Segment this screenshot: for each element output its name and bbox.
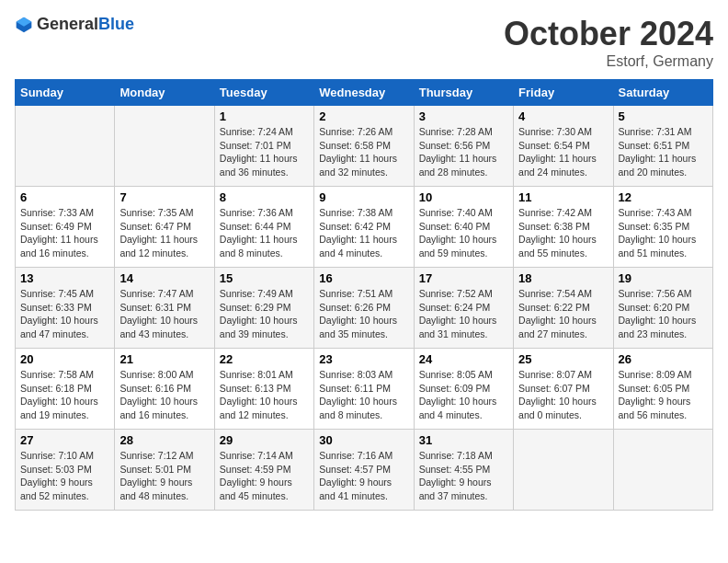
day-info: Sunrise: 7:49 AMSunset: 6:29 PMDaylight:… [220, 287, 309, 341]
weekday-header-friday: Friday [514, 80, 613, 106]
day-number: 23 [319, 352, 408, 366]
day-number: 10 [419, 190, 508, 204]
day-number: 21 [119, 352, 209, 366]
day-info: Sunrise: 8:03 AMSunset: 6:11 PMDaylight:… [319, 368, 408, 422]
calendar-cell: 19Sunrise: 7:56 AMSunset: 6:20 PMDayligh… [613, 268, 712, 349]
day-number: 24 [419, 352, 508, 366]
day-info: Sunrise: 7:56 AMSunset: 6:20 PMDaylight:… [619, 287, 708, 341]
calendar-cell: 28Sunrise: 7:12 AMSunset: 5:01 PMDayligh… [115, 430, 214, 511]
calendar-cell: 20Sunrise: 7:58 AMSunset: 6:18 PMDayligh… [16, 349, 115, 430]
day-info: Sunrise: 8:01 AMSunset: 6:13 PMDaylight:… [220, 368, 309, 422]
day-number: 17 [419, 271, 508, 285]
day-info: Sunrise: 7:54 AMSunset: 6:22 PMDaylight:… [518, 287, 608, 341]
calendar-cell: 27Sunrise: 7:10 AMSunset: 5:03 PMDayligh… [16, 430, 115, 511]
day-info: Sunrise: 7:26 AMSunset: 6:58 PMDaylight:… [319, 125, 408, 179]
calendar-cell: 9Sunrise: 7:38 AMSunset: 6:42 PMDaylight… [314, 187, 414, 268]
day-number: 27 [20, 433, 109, 447]
day-info: Sunrise: 7:42 AMSunset: 6:38 PMDaylight:… [518, 206, 608, 260]
day-info: Sunrise: 7:38 AMSunset: 6:42 PMDaylight:… [319, 206, 408, 260]
calendar-cell: 8Sunrise: 7:36 AMSunset: 6:44 PMDaylight… [214, 187, 313, 268]
day-info: Sunrise: 7:12 AMSunset: 5:01 PMDaylight:… [119, 449, 209, 503]
day-info: Sunrise: 7:18 AMSunset: 4:55 PMDaylight:… [419, 449, 508, 503]
day-info: Sunrise: 7:52 AMSunset: 6:24 PMDaylight:… [419, 287, 508, 341]
calendar-cell: 13Sunrise: 7:45 AMSunset: 6:33 PMDayligh… [16, 268, 115, 349]
day-number: 16 [319, 271, 408, 285]
calendar-week-row: 13Sunrise: 7:45 AMSunset: 6:33 PMDayligh… [16, 268, 713, 349]
calendar-cell [613, 430, 712, 511]
logo-text: GeneralBlue [37, 15, 134, 34]
day-number: 15 [220, 271, 309, 285]
title-block: October 2024 Estorf, Germany [504, 15, 713, 70]
weekday-header-row: SundayMondayTuesdayWednesdayThursdayFrid… [16, 80, 713, 106]
day-number: 9 [319, 190, 408, 204]
calendar-cell: 22Sunrise: 8:01 AMSunset: 6:13 PMDayligh… [214, 349, 313, 430]
weekday-header-sunday: Sunday [16, 80, 115, 106]
day-info: Sunrise: 7:51 AMSunset: 6:26 PMDaylight:… [319, 287, 408, 341]
day-info: Sunrise: 7:33 AMSunset: 6:49 PMDaylight:… [20, 206, 109, 260]
day-number: 20 [20, 352, 109, 366]
day-number: 6 [20, 190, 109, 204]
day-number: 19 [619, 271, 708, 285]
calendar-cell: 29Sunrise: 7:14 AMSunset: 4:59 PMDayligh… [214, 430, 313, 511]
month-title: October 2024 [504, 15, 713, 53]
calendar-cell: 6Sunrise: 7:33 AMSunset: 6:49 PMDaylight… [16, 187, 115, 268]
day-info: Sunrise: 7:24 AMSunset: 7:01 PMDaylight:… [220, 125, 309, 179]
day-number: 7 [119, 190, 209, 204]
day-number: 28 [119, 433, 209, 447]
calendar-cell: 3Sunrise: 7:28 AMSunset: 6:56 PMDaylight… [414, 106, 513, 187]
calendar-cell [514, 430, 613, 511]
day-info: Sunrise: 7:36 AMSunset: 6:44 PMDaylight:… [220, 206, 309, 260]
day-number: 11 [518, 190, 608, 204]
calendar-cell: 7Sunrise: 7:35 AMSunset: 6:47 PMDaylight… [115, 187, 214, 268]
calendar-cell: 4Sunrise: 7:30 AMSunset: 6:54 PMDaylight… [514, 106, 613, 187]
calendar-cell: 1Sunrise: 7:24 AMSunset: 7:01 PMDaylight… [214, 106, 313, 187]
day-info: Sunrise: 7:47 AMSunset: 6:31 PMDaylight:… [119, 287, 209, 341]
day-info: Sunrise: 7:28 AMSunset: 6:56 PMDaylight:… [419, 125, 508, 179]
day-info: Sunrise: 8:09 AMSunset: 6:05 PMDaylight:… [619, 368, 708, 422]
day-info: Sunrise: 7:40 AMSunset: 6:40 PMDaylight:… [419, 206, 508, 260]
day-number: 5 [619, 109, 708, 123]
calendar-cell: 10Sunrise: 7:40 AMSunset: 6:40 PMDayligh… [414, 187, 513, 268]
weekday-header-wednesday: Wednesday [314, 80, 414, 106]
calendar-week-row: 6Sunrise: 7:33 AMSunset: 6:49 PMDaylight… [16, 187, 713, 268]
calendar-cell: 31Sunrise: 7:18 AMSunset: 4:55 PMDayligh… [414, 430, 513, 511]
calendar-cell: 2Sunrise: 7:26 AMSunset: 6:58 PMDaylight… [314, 106, 414, 187]
location: Estorf, Germany [504, 53, 713, 70]
day-info: Sunrise: 7:16 AMSunset: 4:57 PMDaylight:… [319, 449, 408, 503]
logo: GeneralBlue [15, 15, 134, 34]
calendar-cell: 5Sunrise: 7:31 AMSunset: 6:51 PMDaylight… [613, 106, 712, 187]
day-number: 13 [20, 271, 109, 285]
day-number: 29 [220, 433, 309, 447]
calendar-cell [16, 106, 115, 187]
day-number: 18 [518, 271, 608, 285]
calendar-cell [115, 106, 214, 187]
calendar-week-row: 1Sunrise: 7:24 AMSunset: 7:01 PMDaylight… [16, 106, 713, 187]
day-info: Sunrise: 7:35 AMSunset: 6:47 PMDaylight:… [119, 206, 209, 260]
calendar-cell: 17Sunrise: 7:52 AMSunset: 6:24 PMDayligh… [414, 268, 513, 349]
day-number: 8 [220, 190, 309, 204]
day-number: 22 [220, 352, 309, 366]
day-number: 3 [419, 109, 508, 123]
day-number: 31 [419, 433, 508, 447]
day-info: Sunrise: 8:07 AMSunset: 6:07 PMDaylight:… [518, 368, 608, 422]
day-number: 30 [319, 433, 408, 447]
day-info: Sunrise: 7:58 AMSunset: 6:18 PMDaylight:… [20, 368, 109, 422]
logo-icon [15, 16, 33, 34]
calendar-cell: 24Sunrise: 8:05 AMSunset: 6:09 PMDayligh… [414, 349, 513, 430]
day-number: 12 [619, 190, 708, 204]
day-info: Sunrise: 8:00 AMSunset: 6:16 PMDaylight:… [119, 368, 209, 422]
day-info: Sunrise: 8:05 AMSunset: 6:09 PMDaylight:… [419, 368, 508, 422]
calendar-cell: 18Sunrise: 7:54 AMSunset: 6:22 PMDayligh… [514, 268, 613, 349]
calendar-cell: 21Sunrise: 8:00 AMSunset: 6:16 PMDayligh… [115, 349, 214, 430]
day-info: Sunrise: 7:45 AMSunset: 6:33 PMDaylight:… [20, 287, 109, 341]
calendar-cell: 16Sunrise: 7:51 AMSunset: 6:26 PMDayligh… [314, 268, 414, 349]
day-info: Sunrise: 7:43 AMSunset: 6:35 PMDaylight:… [619, 206, 708, 260]
day-number: 14 [119, 271, 209, 285]
page-header: GeneralBlue October 2024 Estorf, Germany [15, 15, 713, 70]
calendar-cell: 23Sunrise: 8:03 AMSunset: 6:11 PMDayligh… [314, 349, 414, 430]
weekday-header-tuesday: Tuesday [214, 80, 313, 106]
day-number: 1 [220, 109, 309, 123]
calendar-cell: 11Sunrise: 7:42 AMSunset: 6:38 PMDayligh… [514, 187, 613, 268]
day-info: Sunrise: 7:30 AMSunset: 6:54 PMDaylight:… [518, 125, 608, 179]
calendar-cell: 12Sunrise: 7:43 AMSunset: 6:35 PMDayligh… [613, 187, 712, 268]
